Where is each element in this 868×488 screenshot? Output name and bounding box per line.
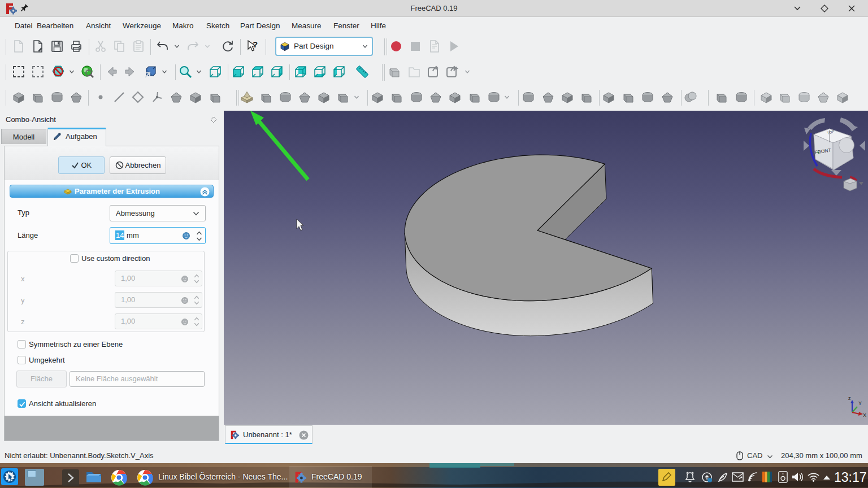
svg-text:z: z <box>848 395 851 401</box>
svg-text:X: X <box>863 412 866 418</box>
svg-text:?: ? <box>253 40 258 49</box>
svg-text:Y: Y <box>858 400 862 406</box>
